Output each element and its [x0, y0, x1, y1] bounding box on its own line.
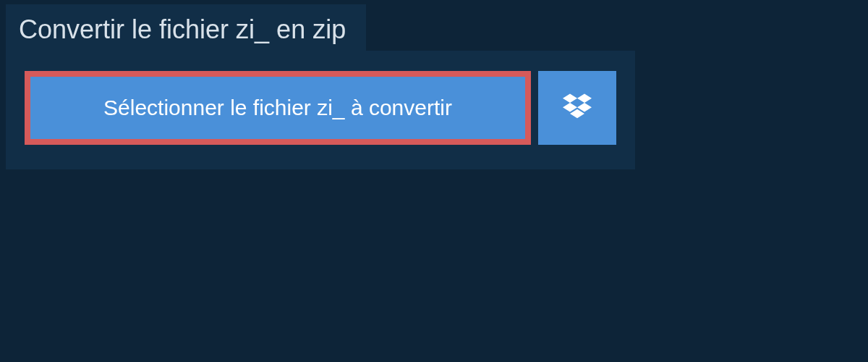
dropbox-button[interactable] [538, 71, 616, 145]
select-file-button[interactable]: Sélectionner le fichier zi_ à convertir [25, 71, 531, 145]
button-row: Sélectionner le fichier zi_ à convertir [6, 51, 635, 169]
page-title: Convertir le fichier zi_ en zip [6, 4, 366, 58]
dropbox-icon [563, 92, 592, 124]
select-file-label: Sélectionner le fichier zi_ à convertir [103, 96, 452, 120]
converter-panel: Convertir le fichier zi_ en zip Sélectio… [6, 51, 635, 169]
